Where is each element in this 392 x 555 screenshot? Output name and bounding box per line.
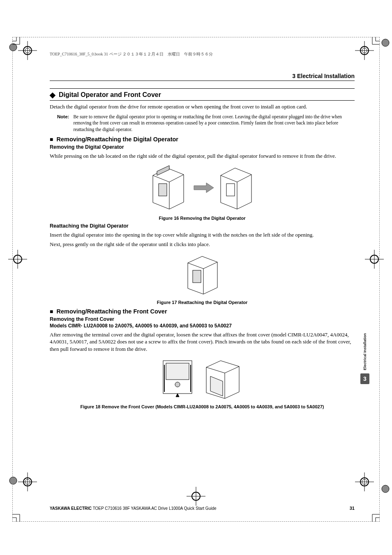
crop-mark-icon — [12, 37, 31, 56]
svg-point-28 — [382, 485, 389, 493]
heading-text: Removing/Reattaching the Front Cover — [56, 308, 167, 315]
figure-17 — [50, 251, 355, 298]
figure-18-caption: Figure 18 Remove the Front Cover (Models… — [50, 404, 355, 409]
heading-removing-reattaching-operator: ■ Removing/Reattaching the Digital Opera… — [50, 136, 355, 143]
heading-removing-operator: Removing the Digital Operator — [50, 144, 355, 150]
svg-marker-35 — [194, 183, 214, 193]
note-body: Be sure to remove the digital operator p… — [73, 114, 355, 133]
heading-digital-operator: ◆ Digital Operator and Front Cover — [50, 91, 355, 99]
crop-mark-icon — [361, 37, 380, 56]
figure-16-caption: Figure 16 Removing the Digital Operator — [50, 216, 355, 221]
svg-rect-45 — [193, 270, 201, 283]
side-chapter-tab: Electrical Installation 3 — [360, 333, 369, 415]
color-swatch-icon — [381, 485, 390, 495]
heading-text: Removing/Reattaching the Digital Operato… — [56, 136, 178, 143]
para-reattach-1: Insert the digital operator into the ope… — [50, 231, 355, 239]
heading-removing-reattaching-front-cover: ■ Removing/Reattaching the Front Cover — [50, 308, 355, 315]
color-swatch-icon — [381, 39, 390, 48]
para-reattach-2: Next, press gently on the right side of … — [50, 241, 355, 248]
svg-rect-47 — [166, 363, 189, 380]
book-source-line: TOEP_C710616_38F_5_0.book 31 ページ ２０１３年１２… — [50, 51, 355, 57]
page-number: 31 — [350, 506, 355, 511]
note-label: Note: — [57, 114, 69, 133]
note-block: Note: Be sure to remove the digital oper… — [57, 114, 355, 133]
figure-17-caption: Figure 17 Reattaching the Digital Operat… — [50, 300, 355, 305]
figure-18 — [50, 356, 355, 403]
side-tab-number: 3 — [360, 373, 369, 384]
crop-mark-icon — [361, 503, 380, 522]
svg-rect-33 — [159, 184, 167, 196]
heading-text: Digital Operator and Front Cover — [59, 91, 161, 99]
para-removing-operator: While pressing on the tab located on the… — [50, 152, 355, 160]
svg-rect-40 — [226, 184, 235, 196]
intro-paragraph: Detach the digital operator from the dri… — [50, 103, 355, 111]
svg-point-48 — [175, 382, 180, 387]
svg-point-26 — [382, 39, 389, 46]
figure-16 — [50, 163, 355, 214]
horizontal-rule — [50, 88, 355, 89]
section-header: 3 Electrical Installation — [50, 73, 355, 81]
side-tab-label: Electrical Installation — [363, 333, 367, 370]
diamond-bullet-icon: ◆ — [50, 91, 55, 99]
page-footer: YASKAWA ELECTRIC TOEP C710616 38F YASKAW… — [50, 506, 355, 511]
heading-models: Models CIMR- LU2A0008 to 2A0075, 4A0005 … — [50, 323, 355, 329]
footer-doc-title: TOEP C710616 38F YASKAWA AC Drive L1000A… — [92, 506, 217, 511]
horizontal-rule — [50, 100, 355, 101]
svg-marker-51 — [176, 394, 179, 397]
heading-reattaching-operator: Reattaching the Digital Operator — [50, 223, 355, 229]
svg-marker-41 — [188, 256, 217, 294]
svg-marker-36 — [221, 168, 251, 209]
square-bullet-icon: ■ — [50, 309, 53, 314]
para-front-cover: After removing the terminal cover and th… — [50, 331, 355, 353]
footer-brand: YASKAWA ELECTRIC — [50, 506, 92, 511]
crop-mark-icon — [12, 503, 31, 522]
square-bullet-icon: ■ — [50, 136, 53, 142]
heading-removing-front-cover: Removing the Front Cover — [50, 316, 355, 322]
